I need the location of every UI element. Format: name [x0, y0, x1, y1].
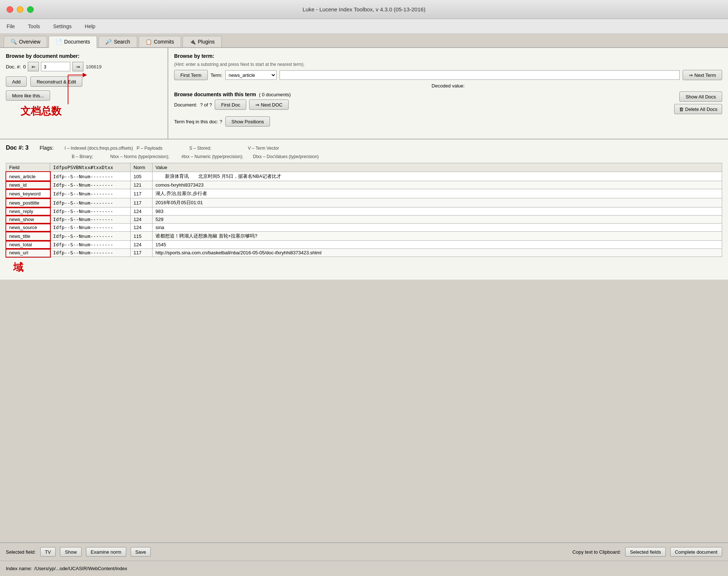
menu-help[interactable]: Help [82, 22, 98, 31]
tab-overview-label: Overview [19, 39, 40, 45]
norm-cell: 121 [131, 181, 153, 189]
flags-cell: Idfp--S--Nnum-------- [50, 172, 131, 181]
selected-fields-button[interactable]: Selected fields [625, 547, 666, 557]
save-button[interactable]: Save [131, 547, 151, 557]
docs-count: ( 0 documents) [259, 92, 291, 97]
browse-by-doc-title: Browse by document number: [6, 53, 162, 59]
right-panel: Browse by term: (Hint: enter a substring… [168, 48, 728, 139]
table-row[interactable]: news_keywordIdfp--S--Nnum--------117湖人,乔… [6, 189, 722, 198]
document-of: ? of ? [200, 102, 212, 108]
table-row[interactable]: news_titleIdfp--S--Nnum--------115谁都想追！聘… [6, 232, 722, 241]
minimize-button[interactable] [17, 6, 23, 13]
col-value: Value [153, 163, 722, 172]
main-content: Browse by document number: Doc. #: 0 ⇐ ⇒… [0, 48, 728, 280]
flags-cell: Idfp--S--Nnum-------- [50, 241, 131, 249]
value-cell: 湖人,乔治,拉塞尔,步行者 [153, 189, 722, 198]
close-button[interactable] [7, 6, 13, 13]
commits-icon: 📋 [146, 39, 152, 45]
term-freq-row: Term freq in this doc: ? Show Positions [174, 116, 722, 127]
decoded-row: Decoded value: [174, 83, 722, 89]
table-row[interactable]: news_articleIdfp--S--Nnum--------105 新浪体… [6, 172, 722, 181]
tab-overview[interactable]: 🔍 Overview [4, 36, 47, 47]
show-button[interactable]: Show [60, 547, 82, 557]
flags-cell: Idfp--S--Nnum-------- [50, 224, 131, 232]
table-row[interactable]: news_idIdfp--S--Nnum--------121comos-fxr… [6, 181, 722, 189]
field-cell: news_id [6, 181, 50, 189]
flags-cell: Idfp--S--Nnum-------- [50, 181, 131, 189]
term-search-input[interactable] [279, 70, 680, 80]
next-term-button[interactable]: ⇒ Next Term [683, 70, 722, 80]
first-doc-button[interactable]: First Doc [215, 100, 246, 110]
norm-cell: 117 [131, 189, 153, 198]
table-row[interactable]: news_posttitleIdfp--S--Nnum--------11720… [6, 198, 722, 207]
norm-cell: 115 [131, 232, 153, 241]
svg-marker-2 [83, 73, 87, 77]
menu-file[interactable]: File [4, 22, 18, 31]
next-doc-button[interactable]: ⇒ Next DOC [249, 100, 289, 110]
field-cell: news_source [6, 224, 50, 232]
browse-docs-header: Browse documents with this term ( 0 docu… [174, 91, 722, 114]
top-panels: Browse by document number: Doc. #: 0 ⇐ ⇒… [0, 48, 728, 139]
browse-by-term-hint: (Hint: enter a substring and press Next … [174, 62, 722, 67]
examine-norm-button[interactable]: Examine norm [86, 547, 126, 557]
menu-settings[interactable]: Settings [50, 22, 75, 31]
doc-table-header: Doc #: 3 Flags: I – Indexed (docs,freqs,… [6, 145, 722, 151]
doc-start: 0 [23, 64, 26, 70]
field-cell: news_article [6, 172, 50, 181]
trash-icon: 🗑 [679, 106, 684, 112]
complete-document-button[interactable]: Complete document [670, 547, 722, 557]
delete-all-docs-button[interactable]: 🗑 Delete All Docs [674, 104, 722, 114]
flags-cell: Idfp--S--Nnum-------- [50, 198, 131, 207]
flags-cell: Idfp--S--Nnum-------- [50, 232, 131, 241]
copy-label: Copy text to Clipboard: [573, 549, 621, 555]
field-cell: news_posttitle [6, 198, 50, 207]
table-row[interactable]: news_sourceIdfp--S--Nnum--------124sina [6, 224, 722, 232]
value-cell: 1545 [153, 241, 722, 249]
tab-plugins[interactable]: 🔌 Plugins [183, 36, 222, 47]
table-row[interactable]: news_totalIdfp--S--Nnum--------1241545 [6, 241, 722, 249]
decoded-label: Decoded value: [432, 83, 465, 89]
tabs-bar: 🔍 Overview 📄 Documents 🔎 Search 📋 Commit… [0, 34, 728, 48]
index-path: /Users/yp/...ode/UCASIR/WebContent/index [34, 566, 127, 571]
field-cell: news_url [6, 249, 50, 257]
tab-search[interactable]: 🔎 Search [98, 36, 137, 47]
table-row[interactable]: news_showIdfp--S--Nnum--------124529 [6, 216, 722, 224]
bottom-bar: Selected field: TV Show Examine norm Sav… [0, 542, 728, 561]
flags-legend-1: I – Indexed (docs,freqs,pos,offsets) P –… [64, 146, 279, 151]
maximize-button[interactable] [27, 6, 34, 13]
value-cell: 谁都想追！聘湖人还想换泡椒 首轮+拉塞尔够吗? [153, 232, 722, 241]
domain-text: 域 [13, 262, 23, 273]
window-title: Luke - Lucene Index Toolbox, v 4.3.0 (05… [303, 6, 425, 12]
window-controls [7, 6, 34, 13]
first-term-button[interactable]: First Term [174, 70, 208, 80]
overview-icon: 🔍 [11, 39, 17, 45]
flags-cell: Idfp--S--Nnum-------- [50, 207, 131, 216]
table-row[interactable]: news_replyIdfp--S--Nnum--------124983 [6, 207, 722, 216]
more-like-button[interactable]: More like this... [6, 90, 50, 101]
value-cell: 2016年05月05日01:01 [153, 198, 722, 207]
norm-cell: 124 [131, 216, 153, 224]
status-bar: Index name: /Users/yp/...ode/UCASIR/WebC… [0, 561, 728, 576]
show-all-docs-button[interactable]: Show All Docs [679, 91, 722, 102]
add-button[interactable]: Add [6, 76, 27, 87]
menu-tools[interactable]: Tools [25, 22, 43, 31]
value-cell: 983 [153, 207, 722, 216]
value-cell: http://sports.sina.com.cn/basketball/nba… [153, 249, 722, 257]
show-positions-button[interactable]: Show Positions [225, 116, 270, 127]
prev-doc-button[interactable]: ⇐ [28, 62, 39, 71]
tv-button[interactable]: TV [40, 547, 56, 557]
documents-table: Field IdfpoPSVBNtxx#txxDtxx Norm Value n… [6, 163, 722, 257]
table-row[interactable]: news_urlIdfp--S--Nnum--------117http://s… [6, 249, 722, 257]
flags-label: Flags: [40, 145, 53, 151]
tab-documents[interactable]: 📄 Documents [49, 36, 97, 48]
term-field-select[interactable]: news_article news_id news_keyword news_p… [225, 70, 277, 80]
menu-bar: File Tools Settings Help [0, 19, 728, 34]
value-cell: 新浪体育讯 北京时间5 月5日，据著名NBA记者比才 [153, 172, 722, 181]
norm-cell: 124 [131, 241, 153, 249]
norm-cell: 124 [131, 224, 153, 232]
field-cell: news_keyword [6, 189, 50, 198]
flags-cell: Idfp--S--Nnum-------- [50, 249, 131, 257]
flags-legend-2: B – Binary; Ntxx – Norms (type/precision… [72, 154, 722, 159]
domain-annotation: 域 [6, 261, 722, 274]
tab-commits[interactable]: 📋 Commits [139, 36, 181, 47]
